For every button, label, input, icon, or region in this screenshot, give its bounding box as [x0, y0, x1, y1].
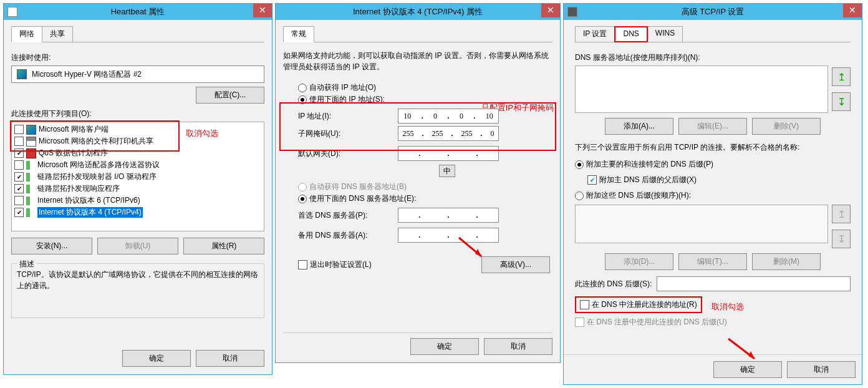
- tab-network[interactable]: 网络: [11, 26, 42, 42]
- net-icon: [26, 125, 36, 135]
- resolve-para: 下列三个设置应用于所有启用 TCP/IP 的连接。要解析不合格的名称:: [575, 142, 851, 153]
- ip-label: IP 地址(I):: [298, 111, 398, 122]
- install-button[interactable]: 安装(N)...: [11, 238, 92, 255]
- close-icon[interactable]: ✕: [843, 4, 862, 17]
- close-icon[interactable]: ✕: [541, 4, 560, 17]
- tab-ip-settings[interactable]: IP 设置: [575, 26, 615, 42]
- annotation-uncheck: 取消勾选: [186, 128, 218, 139]
- list-item[interactable]: Microsoft 网络的文件和打印机共享: [12, 135, 264, 147]
- list-item[interactable]: 链路层拓扑发现映射器 I/O 驱动程序: [12, 171, 264, 183]
- cancel-button[interactable]: 取消: [787, 361, 856, 378]
- edit-server-button: 编辑(E)...: [678, 118, 747, 135]
- list-item-label: Microsoft 网络适配器多路传送器协议: [37, 160, 160, 170]
- gateway-input[interactable]: ...: [398, 146, 499, 161]
- grn-icon: [26, 185, 30, 193]
- dns-suffix-listbox: [575, 205, 828, 243]
- intro-text: 如果网络支持此功能，则可以获取自动指派的 IP 设置。否则，你需要从网络系统管理…: [283, 50, 552, 72]
- list-item[interactable]: Microsoft 网络客户端: [12, 124, 264, 135]
- titlebar[interactable]: 高级 TCP/IP 设置 ✕: [564, 4, 862, 20]
- cancel-button[interactable]: 取消: [484, 338, 552, 355]
- list-item-label: Microsoft 网络客户端: [39, 124, 109, 135]
- cancel-button[interactable]: 取消: [196, 350, 264, 367]
- ip-input[interactable]: 10.0.0.10: [398, 109, 499, 124]
- list-item[interactable]: Internet 协议版本 4 (TCP/IPv4): [12, 206, 264, 218]
- checkbox[interactable]: [14, 172, 24, 182]
- advanced-tcpip-window: 高级 TCP/IP 设置 ✕ IP 设置 DNS WINS DNS 服务器地址(…: [563, 3, 862, 385]
- window-title: 高级 TCP/IP 设置: [682, 6, 745, 17]
- edit-suffix-button: 编辑(T)...: [678, 253, 747, 270]
- description-label: 描述: [17, 259, 37, 269]
- window-title: Internet 协议版本 4 (TCP/IPv4) 属性: [353, 6, 483, 17]
- mask-label: 子网掩码(U):: [298, 129, 398, 139]
- suffix-move-down-button: ↧: [832, 230, 851, 248]
- list-item-label: 链路层拓扑发现映射器 I/O 驱动程序: [37, 172, 157, 182]
- checkbox[interactable]: [14, 137, 24, 146]
- checkbox[interactable]: [14, 125, 24, 134]
- list-item-label: Internet 协议版本 4 (TCP/IPv4): [37, 207, 143, 218]
- uninstall-button: 卸载(U): [97, 238, 178, 255]
- configure-button[interactable]: 配置(C)...: [196, 87, 264, 104]
- heartbeat-properties-window: Heartbeat 属性 ✕ 网络 共享 连接时使用: Microsoft Hy…: [3, 3, 272, 375]
- checkbox[interactable]: [14, 208, 24, 217]
- delete-server-button: 删除(V): [752, 118, 821, 135]
- radio-auto-ip[interactable]: 自动获得 IP 地址(O): [298, 82, 552, 93]
- window-icon: [567, 7, 577, 17]
- list-item[interactable]: Internet 协议版本 6 (TCP/IPv6): [12, 195, 264, 206]
- dns-servers-label: DNS 服务器地址(按使用顺序排列)(N):: [575, 52, 851, 63]
- ok-button[interactable]: 确定: [410, 338, 479, 355]
- advanced-button[interactable]: 高级(V)...: [481, 256, 550, 273]
- properties-button[interactable]: 属性(R): [183, 238, 264, 255]
- checkbox[interactable]: [14, 196, 24, 205]
- tabstrip: 网络 共享: [11, 26, 264, 42]
- radio-auto-dns: 自动获得 DNS 服务器地址(B): [298, 182, 552, 192]
- list-item-label: Internet 协议版本 6 (TCP/IPv6): [37, 195, 140, 206]
- dns-servers-listbox[interactable]: [575, 65, 828, 113]
- checkbox-append-parent[interactable]: 附加主 DNS 后缀的父后缀(X): [587, 175, 851, 185]
- ok-button[interactable]: 确定: [713, 361, 782, 378]
- ipv4-properties-window: Internet 协议版本 4 (TCP/IPv4) 属性 ✕ 常规 如果网络支…: [275, 3, 561, 363]
- dns1-input[interactable]: ...: [398, 208, 499, 223]
- radio-append-primary[interactable]: 附加主要的和连接特定的 DNS 后缀(P): [575, 159, 851, 170]
- checkbox[interactable]: [14, 148, 24, 158]
- validate-checkbox[interactable]: 退出时验证设置(L): [298, 259, 372, 270]
- list-item[interactable]: QoS 数据包计划程序: [12, 147, 264, 159]
- red-icon: [26, 148, 36, 158]
- annotation-uncheck-dns: 取消勾选: [711, 302, 744, 311]
- tab-wins[interactable]: WINS: [647, 26, 683, 42]
- checkbox-register-dns[interactable]: 在 DNS 中注册此连接的地址(R): [575, 296, 702, 313]
- components-label: 此连接使用下列项目(O):: [11, 109, 92, 119]
- mask-input[interactable]: 255.255.255.0: [398, 126, 499, 141]
- grn-icon: [26, 208, 30, 217]
- components-listbox[interactable]: Microsoft 网络客户端Microsoft 网络的文件和打印机共享QoS …: [11, 122, 264, 231]
- adapter-name: Microsoft Hyper-V 网络适配器 #2: [32, 69, 142, 80]
- close-icon[interactable]: ✕: [253, 4, 272, 17]
- add-server-button[interactable]: 添加(A)...: [605, 118, 673, 135]
- dns1-label: 首选 DNS 服务器(P):: [298, 210, 398, 221]
- list-item[interactable]: Microsoft 网络适配器多路传送器协议: [12, 159, 264, 171]
- titlebar[interactable]: Heartbeat 属性 ✕: [4, 4, 272, 20]
- radio-manual-dns[interactable]: 使用下面的 DNS 服务器地址(E):: [298, 193, 552, 204]
- connect-using-label: 连接时使用:: [11, 52, 264, 63]
- gateway-label: 默认网关(D):: [298, 148, 398, 159]
- move-up-button[interactable]: ↥: [832, 67, 851, 86]
- tabstrip: IP 设置 DNS WINS: [575, 26, 851, 42]
- radio-append-these[interactable]: 附加这些 DNS 后缀(按顺序)(H):: [575, 190, 851, 201]
- connection-suffix-input[interactable]: [657, 276, 851, 291]
- list-item[interactable]: 链路层拓扑发现响应程序: [12, 183, 264, 195]
- dns2-label: 备用 DNS 服务器(A):: [298, 230, 398, 241]
- ok-button[interactable]: 确定: [122, 350, 191, 367]
- list-item-label: 链路层拓扑发现响应程序: [37, 183, 120, 194]
- add-suffix-button: 添加(D)...: [605, 253, 673, 270]
- tab-dns[interactable]: DNS: [614, 26, 647, 42]
- checkbox[interactable]: [14, 184, 24, 193]
- tab-sharing[interactable]: 共享: [42, 26, 73, 42]
- checkbox[interactable]: [14, 160, 24, 170]
- titlebar[interactable]: Internet 协议版本 4 (TCP/IPv4) 属性 ✕: [276, 4, 560, 20]
- connection-suffix-label: 此连接的 DNS 后缀(S):: [575, 279, 652, 289]
- list-item-label: QoS 数据包计划程序: [39, 148, 108, 158]
- svg-marker-0: [475, 249, 481, 256]
- ime-button[interactable]: 中: [439, 165, 455, 177]
- tab-general[interactable]: 常规: [283, 26, 314, 42]
- move-down-button[interactable]: ↧: [832, 92, 851, 111]
- dns2-input[interactable]: ...: [398, 228, 499, 243]
